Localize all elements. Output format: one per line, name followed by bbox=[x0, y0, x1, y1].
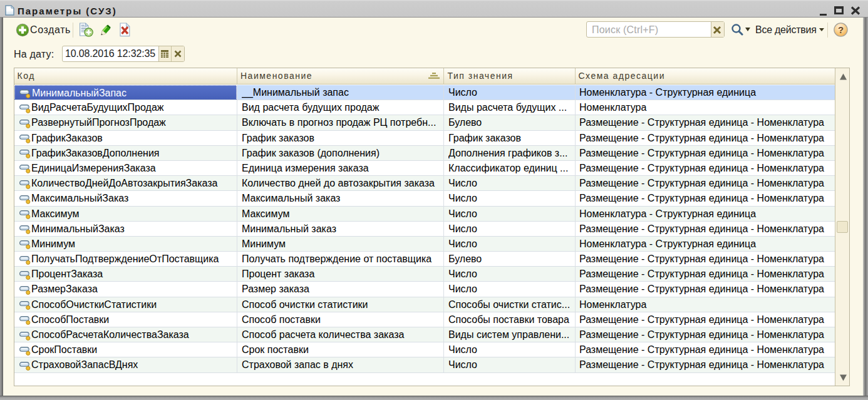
svg-text:?: ? bbox=[837, 24, 843, 35]
